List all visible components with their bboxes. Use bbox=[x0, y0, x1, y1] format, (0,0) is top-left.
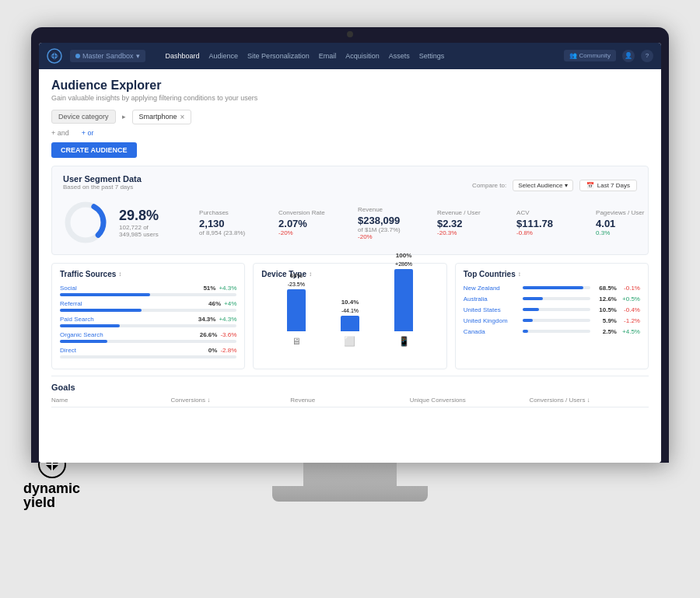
donut-chart bbox=[63, 200, 110, 247]
panels-row: Traffic Sources ↕ Social 51% +4.3% Refer… bbox=[51, 263, 649, 369]
nav-logo bbox=[47, 48, 62, 64]
filter-category-value[interactable]: Smartphone × bbox=[132, 110, 192, 124]
traffic-bar bbox=[60, 293, 150, 296]
goals-title: Goals bbox=[51, 383, 649, 392]
traffic-pct: 46% bbox=[208, 300, 221, 307]
country-change: +4.5% bbox=[621, 328, 640, 335]
calendar-icon: 📅 bbox=[586, 182, 594, 189]
nav-link-audience[interactable]: Audience bbox=[209, 52, 239, 60]
nav-link-settings[interactable]: Settings bbox=[419, 52, 445, 60]
traffic-item-label[interactable]: Paid Search bbox=[60, 316, 94, 323]
metric-label-2: Revenue bbox=[358, 206, 412, 213]
date-range-button[interactable]: 📅 Last 7 Days bbox=[579, 180, 637, 191]
country-change: -0.1% bbox=[621, 285, 640, 292]
nav-user-icon[interactable]: 👤 bbox=[622, 50, 635, 62]
compare-select[interactable]: Select Audience ▾ bbox=[513, 180, 573, 191]
country-pct: 10.5% bbox=[595, 306, 617, 313]
metric-value-1: 2.07% bbox=[278, 218, 333, 229]
country-item: New Zealand 68.5% -0.1% bbox=[464, 285, 640, 292]
chart-bar-device-icon: 📱 bbox=[398, 336, 410, 347]
country-name[interactable]: New Zealand bbox=[464, 285, 518, 292]
filter-category-label[interactable]: Device category bbox=[51, 110, 116, 124]
nav-link-assets[interactable]: Assets bbox=[389, 52, 410, 60]
metric-label-1: Conversion Rate bbox=[278, 209, 333, 216]
metric-change-5: 0.3% bbox=[596, 229, 650, 236]
big-stat-value: 29.8% bbox=[119, 208, 159, 224]
traffic-bar bbox=[60, 309, 142, 312]
traffic-change: -2.8% bbox=[220, 347, 236, 354]
compare-label: Compare to: bbox=[472, 182, 506, 189]
filter-arrow: ▸ bbox=[122, 113, 126, 121]
top-countries-panel: Top Countries ↕ New Zealand 68.5% -0.1% … bbox=[455, 263, 649, 369]
metric-acv: ACV $111.78 -0.8% bbox=[516, 209, 571, 236]
device-sort-icon[interactable]: ↕ bbox=[309, 271, 312, 278]
traffic-item-label[interactable]: Direct bbox=[60, 347, 76, 354]
segment-subtitle: Based on the past 7 days bbox=[63, 184, 142, 191]
traffic-change: -3.6% bbox=[220, 331, 236, 338]
segment-title-group: User Segment Data Based on the past 7 da… bbox=[63, 174, 142, 197]
nav-link-site-personalization[interactable]: Site Personalization bbox=[247, 52, 310, 60]
traffic-item-label[interactable]: Organic Search bbox=[60, 331, 103, 338]
goals-col-name: Name bbox=[51, 397, 171, 404]
page-title: Audience Explorer bbox=[51, 79, 649, 93]
traffic-bar-bg bbox=[60, 293, 236, 296]
nav-help-icon[interactable]: ? bbox=[641, 50, 653, 62]
chart-bar-group: 66% -23.5% 🖥 bbox=[287, 272, 306, 347]
metric-value-4: $111.78 bbox=[516, 218, 571, 229]
country-name[interactable]: Canada bbox=[464, 328, 518, 335]
nav-link-acquisition[interactable]: Acquisition bbox=[345, 52, 380, 60]
metric-label-0: Purchases bbox=[199, 209, 254, 216]
country-bar bbox=[523, 297, 543, 300]
traffic-item: Paid Search 34.3% +4.3% bbox=[60, 316, 236, 327]
country-name[interactable]: United Kingdom bbox=[464, 317, 518, 324]
monitor-stand-top bbox=[303, 463, 397, 486]
nav-link-email[interactable]: Email bbox=[319, 52, 337, 60]
metric-change-3: -20.3% bbox=[437, 229, 492, 236]
traffic-sort-icon[interactable]: ↕ bbox=[118, 271, 121, 278]
filter-clear-icon[interactable]: × bbox=[180, 113, 185, 121]
country-pct: 2.5% bbox=[595, 328, 617, 335]
country-item: Canada 2.5% +4.5% bbox=[464, 328, 640, 335]
country-bar-bg bbox=[523, 330, 590, 333]
metric-change-1: -20% bbox=[278, 229, 333, 236]
country-name[interactable]: United States bbox=[464, 306, 518, 313]
community-icon: 👥 bbox=[569, 52, 577, 59]
country-bar-bg bbox=[523, 297, 590, 300]
nav-sandbox[interactable]: Master Sandbox ▾ bbox=[70, 50, 145, 62]
traffic-bar-bg bbox=[60, 355, 236, 358]
countries-sort-icon[interactable]: ↕ bbox=[518, 271, 521, 278]
traffic-item-label[interactable]: Referral bbox=[60, 300, 82, 307]
segment-title: User Segment Data bbox=[63, 174, 142, 184]
metric-sub-0: of 8,954 (23.8%) bbox=[199, 229, 254, 236]
metrics-row: 29.8% 102,722 of 349,985 users Purchases… bbox=[63, 200, 637, 247]
country-bar bbox=[523, 330, 528, 333]
filter-or-label[interactable]: + or bbox=[82, 129, 94, 137]
chart-bar-device-icon: 🖥 bbox=[292, 336, 301, 347]
chart-bar-label: 66% bbox=[290, 272, 303, 279]
nav-link-dashboard[interactable]: Dashboard bbox=[166, 52, 200, 60]
country-pct: 68.5% bbox=[595, 285, 617, 292]
chart-bar-group: 10.4% -44.1% ⬜ bbox=[341, 299, 359, 347]
country-bar-bg bbox=[523, 308, 590, 311]
goals-col-revenue: Revenue bbox=[290, 397, 410, 404]
country-bar bbox=[523, 319, 533, 322]
create-audience-button[interactable]: CREATE AUDIENCE bbox=[51, 142, 137, 158]
chart-bar-change: -44.1% bbox=[341, 308, 359, 313]
traffic-pct: 0% bbox=[208, 347, 218, 354]
traffic-item-label[interactable]: Social bbox=[60, 285, 77, 292]
nav-right: 👥 Community 👤 ? bbox=[564, 50, 653, 62]
country-item: United Kingdom 5.9% -1.2% bbox=[464, 317, 640, 324]
chart-bar-label: 100% bbox=[396, 252, 411, 259]
country-name[interactable]: Australia bbox=[464, 296, 518, 302]
nav-community[interactable]: 👥 Community bbox=[564, 50, 616, 61]
traffic-pct: 34.3% bbox=[198, 316, 216, 323]
nav-sandbox-dot bbox=[75, 54, 80, 58]
traffic-bar-bg bbox=[60, 324, 236, 327]
compare-arrow: ▾ bbox=[565, 182, 568, 189]
metric-purchases: Purchases 2,130 of 8,954 (23.8%) bbox=[199, 209, 254, 236]
segment-header-right: Compare to: Select Audience ▾ 📅 Last 7 D… bbox=[472, 180, 637, 191]
traffic-bar bbox=[60, 340, 107, 343]
big-stat-sub: 102,722 of 349,985 users bbox=[119, 224, 159, 238]
country-change: -1.2% bbox=[621, 317, 640, 324]
goals-table-header: Name Conversions ↓ Revenue Unique Conver… bbox=[51, 397, 649, 407]
